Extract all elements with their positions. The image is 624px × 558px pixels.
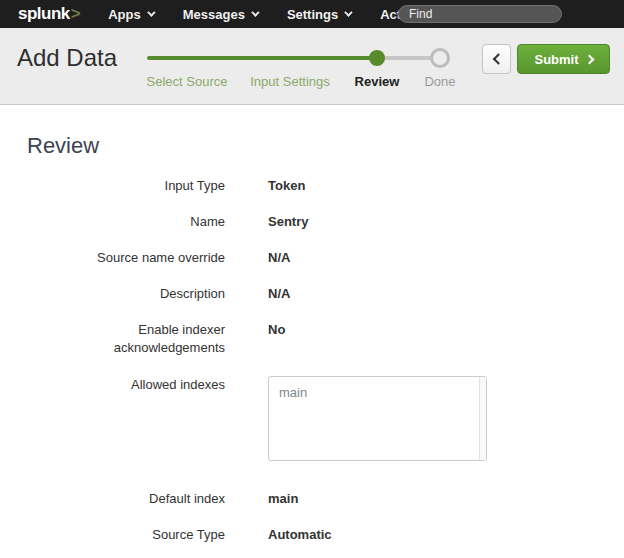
nav-item-label: Settings xyxy=(287,7,338,22)
field-label: Enable indexer acknowledgements xyxy=(27,321,225,357)
chevron-down-icon xyxy=(147,8,155,16)
step-label-select-source: Select Source xyxy=(147,74,228,89)
step-label-done: Done xyxy=(424,74,455,89)
field-row-source-type: Source Type Automatic xyxy=(27,517,624,553)
field-value: main xyxy=(268,490,298,508)
submit-button[interactable]: Submit xyxy=(517,44,610,74)
allowed-indexes-listbox[interactable]: main xyxy=(268,376,487,461)
field-value: Automatic xyxy=(268,526,332,544)
top-navbar: splunk > Apps Messages Settings Activity xyxy=(0,0,624,28)
step-circle-done xyxy=(430,48,450,68)
review-panel: Review Input Type Token Name Sentry Sour… xyxy=(0,105,624,553)
field-value: No xyxy=(268,321,285,357)
chevron-down-icon xyxy=(344,8,352,16)
nav-item-apps[interactable]: Apps xyxy=(108,7,153,22)
field-label: Name xyxy=(27,213,225,231)
chevron-down-icon xyxy=(251,8,259,16)
field-label: Input Type xyxy=(27,177,225,195)
back-button[interactable] xyxy=(482,44,511,74)
field-row-source-name-override: Source name override N/A xyxy=(27,240,624,276)
wizard-header: Add Data Select Source Input Settings Re… xyxy=(0,28,624,105)
field-label: Default index xyxy=(27,490,225,508)
field-row-indexer-acknowledgements: Enable indexer acknowledgements No xyxy=(27,312,624,366)
field-row-allowed-indexes: Allowed indexes main xyxy=(27,376,624,461)
review-fields: Input Type Token Name Sentry Source name… xyxy=(27,168,624,553)
review-heading: Review xyxy=(27,133,624,159)
chevron-left-icon xyxy=(492,53,503,64)
field-row-default-index: Default index main xyxy=(27,481,624,517)
field-row-name: Name Sentry xyxy=(27,204,624,240)
submit-button-label: Submit xyxy=(534,52,578,67)
splunk-logo-chevron-icon: > xyxy=(71,4,80,24)
splunk-logo-text: splunk xyxy=(18,4,70,24)
splunk-logo[interactable]: splunk > xyxy=(18,4,80,24)
page-title: Add Data xyxy=(17,44,117,72)
field-value: Token xyxy=(268,177,305,195)
field-value: N/A xyxy=(268,249,290,267)
field-label: Description xyxy=(27,285,225,303)
step-label-input-settings: Input Settings xyxy=(250,74,330,89)
nav-item-messages[interactable]: Messages xyxy=(183,7,257,22)
chevron-right-icon xyxy=(584,54,594,64)
listbox-item-main[interactable]: main xyxy=(269,377,486,402)
field-row-description: Description N/A xyxy=(27,276,624,312)
step-dot-review xyxy=(369,50,385,66)
field-row-input-type: Input Type Token xyxy=(27,168,624,204)
field-value: Sentry xyxy=(268,213,308,231)
nav-item-label: Messages xyxy=(183,7,245,22)
field-label: Source name override xyxy=(27,249,225,267)
progress-stepper: Select Source Input Settings Review Done xyxy=(147,28,440,105)
progress-bar-completed xyxy=(147,56,377,60)
nav-item-settings[interactable]: Settings xyxy=(287,7,350,22)
field-label: Allowed indexes xyxy=(27,376,225,394)
scrollbar[interactable] xyxy=(479,377,486,460)
field-label: Source Type xyxy=(27,526,225,544)
nav-menu: Apps Messages Settings Activity xyxy=(108,7,439,22)
find-search-input[interactable] xyxy=(398,5,562,23)
field-value: N/A xyxy=(268,285,290,303)
nav-item-label: Apps xyxy=(108,7,141,22)
step-label-review: Review xyxy=(355,74,400,89)
